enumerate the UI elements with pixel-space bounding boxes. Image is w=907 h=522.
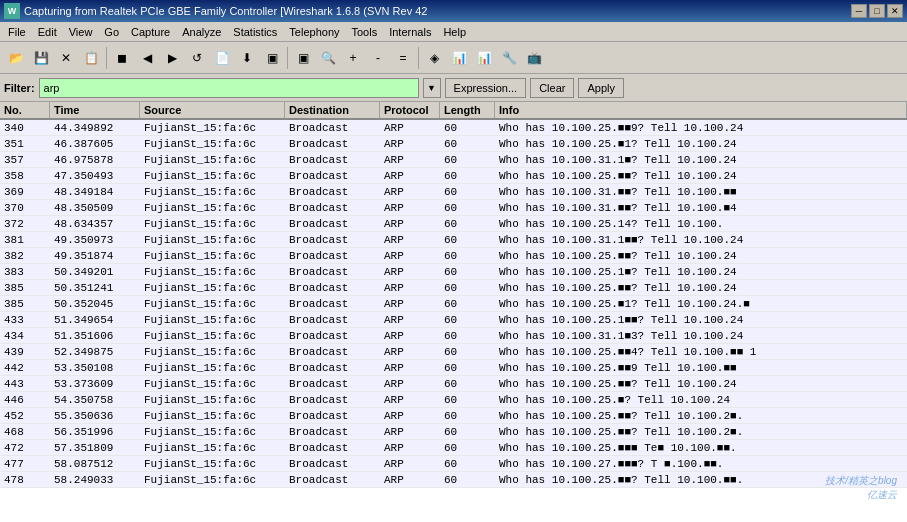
- maximize-button[interactable]: □: [869, 4, 885, 18]
- table-row[interactable]: 35746.975878FujianSt_15:fa:6cBroadcastAR…: [0, 152, 907, 168]
- cell-proto: ARP: [380, 266, 440, 278]
- table-row[interactable]: 44253.350108FujianSt_15:fa:6cBroadcastAR…: [0, 360, 907, 376]
- cell-src: FujianSt_15:fa:6c: [140, 266, 285, 278]
- cell-time: 50.351241: [50, 282, 140, 294]
- cell-src: FujianSt_15:fa:6c: [140, 378, 285, 390]
- clear-button[interactable]: Clear: [530, 78, 574, 98]
- cell-no: 383: [0, 266, 50, 278]
- toolbar-btn-find[interactable]: ◼: [110, 46, 134, 70]
- menu-item-analyze[interactable]: Analyze: [176, 24, 227, 40]
- cell-len: 60: [440, 122, 495, 134]
- toolbar-btn-forward[interactable]: ▶: [160, 46, 184, 70]
- menu-item-internals[interactable]: Internals: [383, 24, 437, 40]
- table-row[interactable]: 38149.350973FujianSt_15:fa:6cBroadcastAR…: [0, 232, 907, 248]
- table-row[interactable]: 43451.351606FujianSt_15:fa:6cBroadcastAR…: [0, 328, 907, 344]
- expression-button[interactable]: Expression...: [445, 78, 527, 98]
- packet-rows[interactable]: 34044.349892FujianSt_15:fa:6cBroadcastAR…: [0, 120, 907, 522]
- cell-dst: Broadcast: [285, 458, 380, 470]
- toolbar-btn-tools[interactable]: 🔧: [497, 46, 521, 70]
- table-row[interactable]: 44654.350758FujianSt_15:fa:6cBroadcastAR…: [0, 392, 907, 408]
- toolbar-btn-graph1[interactable]: 📊: [447, 46, 471, 70]
- minimize-button[interactable]: ─: [851, 4, 867, 18]
- table-row[interactable]: 45255.350636FujianSt_15:fa:6cBroadcastAR…: [0, 408, 907, 424]
- toolbar-btn-settings[interactable]: ◈: [422, 46, 446, 70]
- cell-proto: ARP: [380, 250, 440, 262]
- col-header-time[interactable]: Time: [50, 102, 140, 118]
- menu-item-go[interactable]: Go: [98, 24, 125, 40]
- cell-dst: Broadcast: [285, 138, 380, 150]
- table-row[interactable]: 37048.350509FujianSt_15:fa:6cBroadcastAR…: [0, 200, 907, 216]
- toolbar-btn-graph2[interactable]: 📊: [472, 46, 496, 70]
- toolbar-btn-zoom-in[interactable]: 🔍: [316, 46, 340, 70]
- table-row[interactable]: 38550.352045FujianSt_15:fa:6cBroadcastAR…: [0, 296, 907, 312]
- toolbar-btn-copy[interactable]: 📋: [79, 46, 103, 70]
- table-row[interactable]: 36948.349184FujianSt_15:fa:6cBroadcastAR…: [0, 184, 907, 200]
- table-row[interactable]: 43952.349875FujianSt_15:fa:6cBroadcastAR…: [0, 344, 907, 360]
- toolbar-btn-page[interactable]: 📄: [210, 46, 234, 70]
- menu-item-help[interactable]: Help: [437, 24, 472, 40]
- toolbar-btn-back[interactable]: ◀: [135, 46, 159, 70]
- table-row[interactable]: 46856.351996FujianSt_15:fa:6cBroadcastAR…: [0, 424, 907, 440]
- cell-len: 60: [440, 282, 495, 294]
- menu-item-tools[interactable]: Tools: [346, 24, 384, 40]
- menu-item-telephony[interactable]: Telephony: [283, 24, 345, 40]
- filter-input[interactable]: [39, 78, 419, 98]
- toolbar-btn-display[interactable]: 📺: [522, 46, 546, 70]
- cell-info: Who has 10.100.27.■■■? T ■.100.■■.: [495, 458, 907, 470]
- cell-info: Who has 10.100.25.1■■? Tell 10.100.24: [495, 314, 907, 326]
- toolbar-btn-zoom-in2[interactable]: +: [341, 46, 365, 70]
- menu-item-statistics[interactable]: Statistics: [227, 24, 283, 40]
- filter-dropdown-button[interactable]: ▼: [423, 78, 441, 98]
- toolbar-btn-layout2[interactable]: ▣: [291, 46, 315, 70]
- table-row[interactable]: 35847.350493FujianSt_15:fa:6cBroadcastAR…: [0, 168, 907, 184]
- apply-button[interactable]: Apply: [578, 78, 624, 98]
- col-header-info[interactable]: Info: [495, 102, 907, 118]
- table-row[interactable]: 35146.387605FujianSt_15:fa:6cBroadcastAR…: [0, 136, 907, 152]
- cell-time: 48.350509: [50, 202, 140, 214]
- table-row[interactable]: 44353.373609FujianSt_15:fa:6cBroadcastAR…: [0, 376, 907, 392]
- cell-time: 50.349201: [50, 266, 140, 278]
- cell-dst: Broadcast: [285, 234, 380, 246]
- menu-item-capture[interactable]: Capture: [125, 24, 176, 40]
- table-row[interactable]: 38550.351241FujianSt_15:fa:6cBroadcastAR…: [0, 280, 907, 296]
- cell-no: 370: [0, 202, 50, 214]
- cell-info: Who has 10.100.25.■■? Tell 10.100.24: [495, 378, 907, 390]
- toolbar-btn-close[interactable]: ✕: [54, 46, 78, 70]
- menu-item-view[interactable]: View: [63, 24, 99, 40]
- cell-proto: ARP: [380, 282, 440, 294]
- table-row[interactable]: 38350.349201FujianSt_15:fa:6cBroadcastAR…: [0, 264, 907, 280]
- col-header-no[interactable]: No.: [0, 102, 50, 118]
- table-row[interactable]: 38249.351874FujianSt_15:fa:6cBroadcastAR…: [0, 248, 907, 264]
- toolbar-btn-layout1[interactable]: ▣: [260, 46, 284, 70]
- table-row[interactable]: 47858.249033FujianSt_15:fa:6cBroadcastAR…: [0, 472, 907, 488]
- toolbar-btn-save[interactable]: 💾: [29, 46, 53, 70]
- cell-info: Who has 10.100.25.■■9 Tell 10.100.■■: [495, 362, 907, 374]
- cell-src: FujianSt_15:fa:6c: [140, 282, 285, 294]
- toolbar-btn-zoom-reset[interactable]: =: [391, 46, 415, 70]
- cell-time: 58.087512: [50, 458, 140, 470]
- col-header-protocol[interactable]: Protocol: [380, 102, 440, 118]
- toolbar-btn-download[interactable]: ⬇: [235, 46, 259, 70]
- cell-dst: Broadcast: [285, 170, 380, 182]
- toolbar-btn-reload[interactable]: ↺: [185, 46, 209, 70]
- col-header-length[interactable]: Length: [440, 102, 495, 118]
- cell-src: FujianSt_15:fa:6c: [140, 458, 285, 470]
- menu-item-edit[interactable]: Edit: [32, 24, 63, 40]
- table-row[interactable]: 47758.087512FujianSt_15:fa:6cBroadcastAR…: [0, 456, 907, 472]
- cell-no: 442: [0, 362, 50, 374]
- toolbar-btn-open[interactable]: 📂: [4, 46, 28, 70]
- table-row[interactable]: 47257.351809FujianSt_15:fa:6cBroadcastAR…: [0, 440, 907, 456]
- table-row[interactable]: 34044.349892FujianSt_15:fa:6cBroadcastAR…: [0, 120, 907, 136]
- cell-info: Who has 10.100.25.■■9? Tell 10.100.24: [495, 122, 907, 134]
- table-row[interactable]: 37248.634357FujianSt_15:fa:6cBroadcastAR…: [0, 216, 907, 232]
- menu-item-file[interactable]: File: [2, 24, 32, 40]
- table-row[interactable]: 43351.349654FujianSt_15:fa:6cBroadcastAR…: [0, 312, 907, 328]
- cell-proto: ARP: [380, 234, 440, 246]
- col-header-source[interactable]: Source: [140, 102, 285, 118]
- cell-len: 60: [440, 458, 495, 470]
- cell-time: 48.634357: [50, 218, 140, 230]
- close-button[interactable]: ✕: [887, 4, 903, 18]
- col-header-destination[interactable]: Destination: [285, 102, 380, 118]
- cell-len: 60: [440, 266, 495, 278]
- toolbar-btn-zoom-out[interactable]: -: [366, 46, 390, 70]
